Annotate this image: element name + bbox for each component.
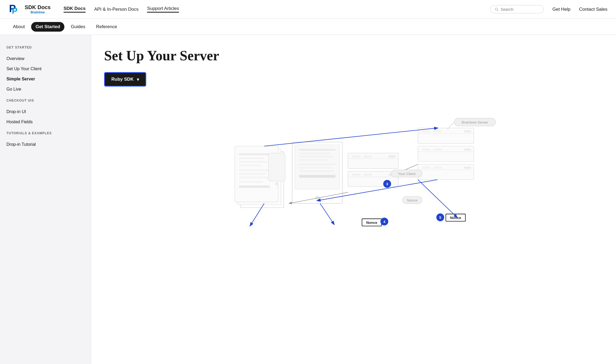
- svg-rect-15: [239, 185, 270, 188]
- nav-link-sdk-docs[interactable]: SDK Docs: [64, 6, 86, 13]
- sdk-docs-label: SDK Docs: [25, 4, 51, 10]
- svg-rect-38: [464, 148, 471, 151]
- logo-braintree: SDK Docs Braintree: [25, 4, 51, 14]
- svg-line-75: [250, 203, 264, 226]
- sec-nav-about[interactable]: About: [9, 22, 29, 32]
- chevron-down-icon: ▾: [137, 77, 139, 82]
- sidebar-item-simple-server[interactable]: Simple Server: [6, 74, 85, 84]
- svg-rect-41: [422, 166, 430, 169]
- sidebar-section-get-started: GET STARTED Overview Set Up Your Client …: [6, 46, 85, 94]
- sidebar-section-title-tutorials: TUTORIALS & EXAMPLES: [6, 131, 85, 135]
- svg-rect-37: [433, 148, 442, 151]
- svg-rect-7: [239, 153, 270, 155]
- sidebar: GET STARTED Overview Set Up Your Client …: [0, 35, 91, 364]
- svg-rect-13: [239, 177, 268, 178]
- svg-rect-10: [239, 165, 261, 166]
- svg-rect-32: [433, 130, 442, 132]
- svg-rect-42: [433, 166, 442, 169]
- nav-contact-sales[interactable]: Contact Sales: [579, 7, 607, 12]
- nav-link-api-in-person[interactable]: API & In-Person Docs: [94, 7, 138, 12]
- svg-rect-9: [239, 161, 267, 163]
- svg-rect-27: [299, 175, 335, 178]
- svg-rect-51: [352, 173, 361, 176]
- svg-rect-19: [295, 145, 340, 190]
- nav-link-support-articles[interactable]: Support Articles: [147, 6, 179, 13]
- svg-text:4: 4: [383, 220, 386, 224]
- sidebar-item-overview[interactable]: Overview: [6, 54, 85, 64]
- svg-rect-21: [299, 153, 330, 154]
- svg-text:P: P: [12, 6, 17, 15]
- svg-text:5: 5: [439, 216, 441, 220]
- svg-text:Nonce: Nonce: [407, 198, 417, 202]
- svg-rect-12: [239, 173, 266, 174]
- svg-rect-11: [239, 169, 270, 171]
- svg-rect-23: [299, 159, 327, 161]
- sidebar-item-drop-in-ui[interactable]: Drop-in UI: [6, 107, 85, 117]
- main-layout: GET STARTED Overview Set Up Your Client …: [0, 35, 616, 364]
- sidebar-section-title-checkout-uis: CHECKOUT UIS: [6, 99, 85, 102]
- svg-rect-46: [352, 155, 361, 158]
- svg-rect-16: [268, 153, 285, 181]
- svg-line-77: [418, 180, 457, 217]
- sidebar-item-drop-in-tutorial[interactable]: Drop-in Tutorial: [6, 139, 85, 150]
- svg-rect-14: [239, 181, 263, 183]
- svg-point-2: [495, 8, 498, 10]
- sdk-dropdown-button[interactable]: Ruby SDK ▾: [104, 72, 146, 87]
- svg-rect-43: [464, 166, 471, 169]
- sidebar-item-go-live[interactable]: Go Live: [6, 84, 85, 94]
- svg-rect-31: [422, 130, 430, 132]
- svg-rect-47: [363, 155, 372, 158]
- top-nav-links: SDK Docs API & In-Person Docs Support Ar…: [64, 6, 482, 13]
- svg-point-17: [275, 182, 278, 186]
- svg-line-76: [320, 203, 334, 224]
- svg-rect-24: [299, 164, 335, 165]
- sidebar-section-checkout-uis: CHECKOUT UIS Drop-in UI Hosted Fields: [6, 99, 85, 127]
- svg-rect-26: [299, 170, 334, 172]
- top-nav-right: Get Help Contact Sales: [552, 7, 607, 12]
- architecture-diagram: Braintree Server Your Client 3 Nonce Non…: [104, 97, 603, 231]
- diagram-area: Braintree Server Your Client 3 Nonce Non…: [104, 97, 603, 231]
- svg-text:3: 3: [386, 182, 388, 186]
- top-nav: P P SDK Docs Braintree SDK Docs API & In…: [0, 0, 616, 19]
- svg-rect-8: [239, 157, 264, 159]
- search-icon: [495, 7, 498, 12]
- sidebar-section-title-get-started: GET STARTED: [6, 46, 85, 49]
- sec-nav-get-started[interactable]: Get Started: [31, 22, 64, 32]
- page-title: Set Up Your Server: [104, 48, 603, 64]
- svg-line-3: [497, 10, 498, 11]
- svg-text:Your Client: Your Client: [398, 172, 416, 176]
- sidebar-item-set-up-client[interactable]: Set Up Your Client: [6, 64, 85, 74]
- svg-line-54: [264, 128, 438, 146]
- svg-text:Nonce: Nonce: [366, 221, 377, 225]
- svg-rect-20: [299, 149, 335, 151]
- svg-rect-22: [299, 156, 333, 157]
- sec-nav-guides[interactable]: Guides: [67, 22, 90, 32]
- main-content: Set Up Your Server Ruby SDK ▾: [91, 35, 616, 364]
- svg-rect-48: [388, 155, 395, 158]
- sidebar-item-hosted-fields[interactable]: Hosted Fields: [6, 117, 85, 127]
- svg-text:Braintree Server: Braintree Server: [462, 120, 488, 124]
- search-input[interactable]: [501, 7, 539, 12]
- svg-rect-36: [422, 148, 430, 151]
- sdk-dropdown-label: Ruby SDK: [111, 77, 134, 82]
- logo-area: P P SDK Docs Braintree: [9, 2, 51, 16]
- search-bar[interactable]: [490, 5, 544, 13]
- sec-nav-reference[interactable]: Reference: [92, 22, 121, 32]
- paypal-logo-icon: P P: [9, 2, 23, 16]
- svg-rect-52: [363, 173, 372, 176]
- svg-rect-25: [299, 167, 331, 168]
- braintree-label: Braintree: [31, 10, 45, 14]
- svg-line-56: [289, 192, 348, 203]
- sidebar-section-tutorials: TUTORIALS & EXAMPLES Drop-in Tutorial: [6, 131, 85, 150]
- nav-get-help[interactable]: Get Help: [552, 7, 570, 12]
- svg-rect-33: [464, 130, 471, 132]
- secondary-nav: About Get Started Guides Reference: [0, 19, 616, 35]
